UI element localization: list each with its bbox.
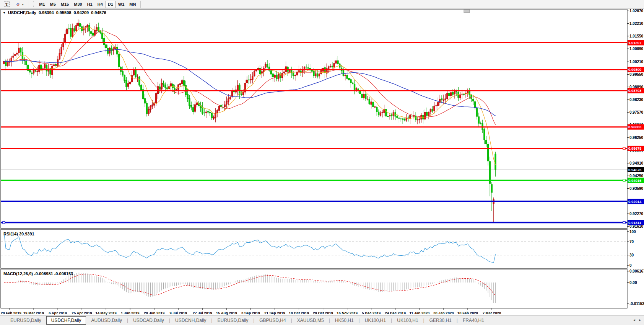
ohlc-close: 0.94576 xyxy=(91,10,106,15)
price-badge-0.99800: 0.99800 xyxy=(628,67,644,72)
tab-scroll-left-icon[interactable]: ◂ xyxy=(633,318,635,322)
price-badge-1.01207: 1.01207 xyxy=(628,40,644,45)
tab-hk50-h1[interactable]: HK50,H1 xyxy=(330,316,359,325)
svg-text:27 Jul 2019: 27 Jul 2019 xyxy=(193,311,212,315)
svg-text:14 May 2019: 14 May 2019 xyxy=(95,311,116,315)
toolbar-separator xyxy=(29,1,29,8)
svg-text:0.006167: 0.006167 xyxy=(629,269,644,273)
collapse-icon[interactable]: ▼ xyxy=(3,11,6,15)
tab-ger30-h1[interactable]: GER30,H1 xyxy=(424,316,457,325)
svg-text:0.98230: 0.98230 xyxy=(629,98,644,102)
svg-text:20 Jun 2019: 20 Jun 2019 xyxy=(144,311,164,315)
timeframe-w1[interactable]: W1 xyxy=(116,1,127,8)
price-badge-0.91811: 0.91811 xyxy=(628,220,644,225)
price-badge-0.94016: 0.94016 xyxy=(628,178,644,183)
price-badge-0.98703: 0.98703 xyxy=(628,88,644,93)
svg-text:1.02210: 1.02210 xyxy=(629,21,644,26)
svg-text:1.02870: 1.02870 xyxy=(629,9,644,13)
hline-handle[interactable] xyxy=(623,147,625,150)
timeframe-h4[interactable]: H4 xyxy=(95,1,105,8)
chart-canvas[interactable]: 1.028701.022101.015501.008901.002100.995… xyxy=(0,9,644,315)
tab-uk100-h1[interactable]: UK100,H1 xyxy=(360,316,391,325)
timeframe-m15[interactable]: M15 xyxy=(59,1,71,8)
svg-text:28 Feb 2019: 28 Feb 2019 xyxy=(1,311,21,315)
svg-text:0.96803: 0.96803 xyxy=(628,125,641,129)
tab-scroll-arrows: ◂ ▸ xyxy=(633,318,641,322)
tab-gbpusd-h4[interactable]: GBPUSD,H4 xyxy=(254,316,291,325)
price-badge-0.95678: 0.95678 xyxy=(628,146,644,151)
rsi-label: RSI(14) 39.9391 xyxy=(3,232,34,236)
svg-text:9 Jul 2019: 9 Jul 2019 xyxy=(170,311,187,315)
svg-text:100: 100 xyxy=(629,230,636,234)
svg-text:7 Mar 2020: 7 Mar 2020 xyxy=(483,311,501,315)
tab-scroll-right-icon[interactable]: ▸ xyxy=(639,318,641,322)
svg-text:0.91811: 0.91811 xyxy=(628,220,642,225)
ohlc-open: 0.95394 xyxy=(39,10,54,15)
chart-window: ▼ USDCHF,Daily 0.95394 0.95508 0.94209 0… xyxy=(0,9,644,315)
tab-usdcad-daily[interactable]: USDCAD,Daily xyxy=(128,316,169,325)
candle xyxy=(139,76,140,87)
svg-text:1.01550: 1.01550 xyxy=(629,34,644,38)
svg-text:1 Jun 2019: 1 Jun 2019 xyxy=(121,311,140,315)
macd-label: MACD(12,26,9) -0.008981 -0.008153 xyxy=(3,271,73,276)
candle xyxy=(141,84,142,91)
svg-text:0.93590: 0.93590 xyxy=(629,186,644,191)
text-tool-icon: T xyxy=(4,2,10,7)
tab-usdcnh-daily[interactable]: USDCNH,Daily xyxy=(170,316,211,325)
svg-text:0.94576: 0.94576 xyxy=(628,168,641,172)
svg-text:5 Dec 2019: 5 Dec 2019 xyxy=(362,311,381,315)
svg-text:25 Apr 2019: 25 Apr 2019 xyxy=(72,311,92,315)
timeframe-d1[interactable]: D1 xyxy=(106,1,115,8)
svg-text:3 Sep 2019: 3 Sep 2019 xyxy=(241,311,260,315)
svg-text:0.92914: 0.92914 xyxy=(628,199,642,204)
svg-text:21 Sep 2019: 21 Sep 2019 xyxy=(264,311,285,315)
tab-xauusd-m5[interactable]: XAUUSD,M5 xyxy=(292,316,329,325)
svg-text:-0.011531: -0.011531 xyxy=(629,302,644,306)
timeframe-h1[interactable]: H1 xyxy=(85,1,95,8)
svg-text:0.96250: 0.96250 xyxy=(629,136,644,140)
svg-text:19 Mar 2019: 19 Mar 2019 xyxy=(23,311,44,315)
svg-text:10 Oct 2019: 10 Oct 2019 xyxy=(289,311,309,315)
svg-text:0.98703: 0.98703 xyxy=(628,88,641,93)
toolbar-grip[interactable] xyxy=(33,2,34,7)
svg-text:0.94016: 0.94016 xyxy=(628,178,641,183)
price-badge-0.96803: 0.96803 xyxy=(628,124,644,130)
tab-fra40-h1[interactable]: FRA40,H1 xyxy=(458,316,489,325)
svg-text:1.00890: 1.00890 xyxy=(629,47,644,51)
chart-scroll-thumb[interactable] xyxy=(464,10,470,13)
chart-tabs-list: EURUSD,DailyUSDCHF,DailyAUDUSD,Daily|USD… xyxy=(5,316,489,325)
svg-text:30: 30 xyxy=(629,253,634,257)
svg-text:29 Oct 2019: 29 Oct 2019 xyxy=(313,311,333,315)
timeframe-m1[interactable]: M1 xyxy=(37,1,47,8)
chart-tabs: EURUSD,DailyUSDCHF,DailyAUDUSD,Daily|USD… xyxy=(0,315,644,325)
chart-symbol-label: USDCHF,Daily xyxy=(8,10,36,15)
hline-handle[interactable] xyxy=(3,221,5,224)
svg-text:0.97570: 0.97570 xyxy=(629,110,644,114)
hline-handle[interactable] xyxy=(623,179,625,181)
svg-text:15 Aug 2019: 15 Aug 2019 xyxy=(216,311,237,315)
svg-text:6 Apr 2019: 6 Apr 2019 xyxy=(49,311,67,315)
svg-text:0.95678: 0.95678 xyxy=(628,146,641,150)
chart-title: ▼ USDCHF,Daily 0.95394 0.95508 0.94209 0… xyxy=(3,10,106,15)
tab-usdchf-daily[interactable]: USDCHF,Daily xyxy=(46,316,86,325)
text-tool-button[interactable]: T xyxy=(2,1,12,8)
macd-panel[interactable] xyxy=(1,269,627,308)
hline-handle[interactable] xyxy=(623,221,625,224)
tab-audusd-daily[interactable]: AUDUSD,Daily xyxy=(86,316,127,325)
svg-text:70: 70 xyxy=(629,240,634,244)
svg-text:0: 0 xyxy=(629,263,632,268)
timeframe-m5[interactable]: M5 xyxy=(48,1,58,8)
svg-text:0.94250: 0.94250 xyxy=(629,174,644,178)
timeframe-m30[interactable]: M30 xyxy=(72,1,84,8)
tab-eurusd-daily[interactable]: EURUSD,Daily xyxy=(212,316,253,325)
timeframe-mn[interactable]: MN xyxy=(127,1,138,8)
ohlc-low: 0.94209 xyxy=(73,10,89,15)
rsi-panel[interactable] xyxy=(1,229,627,268)
arrange-tool-button[interactable]: ▼ xyxy=(13,1,26,8)
tab-uk100-h1[interactable]: UK100,H1 xyxy=(392,316,423,325)
ohlc-high: 0.95508 xyxy=(56,10,72,15)
svg-text:0.94910: 0.94910 xyxy=(629,161,644,165)
svg-text:0.00: 0.00 xyxy=(629,281,637,285)
tab-eurusd-daily[interactable]: EURUSD,Daily xyxy=(5,316,46,325)
svg-text:0.92270: 0.92270 xyxy=(629,212,644,216)
